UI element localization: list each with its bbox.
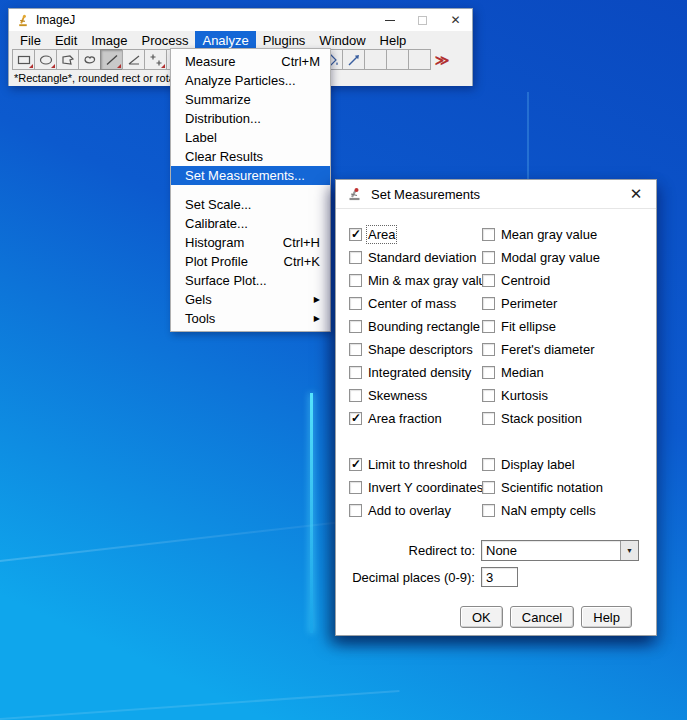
- minimize-button[interactable]: [373, 9, 406, 31]
- checkbox-modal-gray-value[interactable]: ✓ Modal gray value: [482, 250, 600, 265]
- decimal-places-field[interactable]: [481, 567, 518, 587]
- freehand-tool-button[interactable]: [78, 49, 101, 70]
- checkbox-skewness[interactable]: ✓ Skewness: [349, 388, 482, 403]
- submenu-arrow-icon: ▶: [314, 314, 320, 323]
- checkbox-area-fraction[interactable]: ✓ Area fraction: [349, 411, 482, 426]
- checkbox-min-max-gray-value[interactable]: ✓ Min & max gray value: [349, 273, 482, 288]
- decimal-places-row: Decimal places (0-9):: [336, 567, 656, 587]
- oval-tool-icon: [38, 52, 54, 68]
- menu-item-histogram[interactable]: Histogram Ctrl+H: [171, 233, 330, 252]
- menu-item-distribution[interactable]: Distribution...: [171, 109, 330, 128]
- checkbox-box: ✓: [482, 412, 495, 425]
- checkbox-box: ✓: [349, 412, 362, 425]
- point-tool-button[interactable]: [144, 49, 167, 70]
- menubar-item-process[interactable]: Process: [135, 31, 196, 49]
- menubar-item-file[interactable]: File: [13, 31, 48, 49]
- checkbox-median[interactable]: ✓ Median: [482, 365, 600, 380]
- close-button[interactable]: ✕: [439, 9, 472, 31]
- checkbox-perimeter[interactable]: ✓ Perimeter: [482, 296, 600, 311]
- oval-tool-button[interactable]: [34, 49, 57, 70]
- checkbox-area[interactable]: ✓ Area: [349, 227, 482, 242]
- checkbox-mean-gray-value[interactable]: ✓ Mean gray value: [482, 227, 600, 242]
- dropdown-button[interactable]: ▼: [620, 541, 638, 560]
- empty-tool-slot[interactable]: [364, 49, 387, 70]
- checkbox-box: ✓: [349, 320, 362, 333]
- dialog-close-button[interactable]: ✕: [616, 185, 656, 203]
- angle-tool-icon: [126, 52, 142, 68]
- checkbox-box: ✓: [349, 366, 362, 379]
- checkbox-bounding-rectangle[interactable]: ✓ Bounding rectangle: [349, 319, 482, 334]
- menu-item-summarize[interactable]: Summarize: [171, 90, 330, 109]
- checkbox-box: ✓: [482, 343, 495, 356]
- checkbox-box: ✓: [482, 389, 495, 402]
- menu-item-measure[interactable]: Measure Ctrl+M: [171, 52, 330, 71]
- checkbox-limit-to-threshold[interactable]: ✓ Limit to threshold: [349, 457, 482, 472]
- maximize-button[interactable]: [406, 9, 439, 31]
- checkbox-scientific-notation[interactable]: ✓ Scientific notation: [482, 480, 603, 495]
- help-button[interactable]: Help: [581, 606, 632, 628]
- checkbox-stack-position[interactable]: ✓ Stack position: [482, 411, 600, 426]
- redirect-dropdown[interactable]: None ▼: [481, 540, 639, 561]
- polygon-tool-button[interactable]: [56, 49, 79, 70]
- checkbox-nan-empty-cells[interactable]: ✓ NaN empty cells: [482, 503, 603, 518]
- dialog-title: Set Measurements: [371, 187, 480, 202]
- empty-tool-slot[interactable]: [386, 49, 409, 70]
- close-icon: ✕: [630, 185, 643, 202]
- menubar-item-edit[interactable]: Edit: [48, 31, 84, 49]
- menubar-item-plugins[interactable]: Plugins: [256, 31, 313, 49]
- menu-item-tools[interactable]: Tools ▶: [171, 309, 330, 328]
- checkbox-shape-descriptors[interactable]: ✓ Shape descriptors: [349, 342, 482, 357]
- imagej-app-icon: [15, 13, 31, 28]
- checkbox-kurtosis[interactable]: ✓ Kurtosis: [482, 388, 600, 403]
- checkbox-centroid[interactable]: ✓ Centroid: [482, 273, 600, 288]
- menu-item-set-scale[interactable]: Set Scale...: [171, 195, 330, 214]
- wallpaper-light-ray: [0, 690, 400, 720]
- checkbox-fit-ellipse[interactable]: ✓ Fit ellipse: [482, 319, 600, 334]
- menu-item-analyze-particles[interactable]: Analyze Particles...: [171, 71, 330, 90]
- cancel-button[interactable]: Cancel: [510, 606, 574, 628]
- rectangle-tool-button[interactable]: [12, 49, 35, 70]
- checkbox-display-label[interactable]: ✓ Display label: [482, 457, 603, 472]
- ok-button[interactable]: OK: [460, 606, 503, 628]
- menu-item-label[interactable]: Label: [171, 128, 330, 147]
- checkbox-integrated-density[interactable]: ✓ Integrated density: [349, 365, 482, 380]
- wallpaper-light-ray: [0, 516, 389, 567]
- checkbox-standard-deviation[interactable]: ✓ Standard deviation: [349, 250, 482, 265]
- more-tools-icon: ≫: [435, 52, 450, 68]
- menu-item-plot-profile[interactable]: Plot Profile Ctrl+K: [171, 252, 330, 271]
- imagej-titlebar[interactable]: ImageJ ✕: [9, 9, 472, 31]
- menu-item-surface-plot[interactable]: Surface Plot...: [171, 271, 330, 290]
- arrow-tool-button[interactable]: [342, 49, 365, 70]
- checkbox-center-of-mass[interactable]: ✓ Center of mass: [349, 296, 482, 311]
- angle-tool-button[interactable]: [122, 49, 145, 70]
- checkbox-box: ✓: [482, 458, 495, 471]
- empty-tool-slot[interactable]: [408, 49, 431, 70]
- checkbox-invert-y-coordinates[interactable]: ✓ Invert Y coordinates: [349, 480, 482, 495]
- more-tools-button[interactable]: ≫: [430, 49, 454, 70]
- checkbox-box: ✓: [482, 297, 495, 310]
- menu-item-clear-results[interactable]: Clear Results: [171, 147, 330, 166]
- checkbox-box: ✓: [349, 389, 362, 402]
- polygon-tool-icon: [60, 52, 76, 68]
- desktop-wallpaper: ImageJ ✕ File Edit Image Process Analyze…: [0, 0, 687, 720]
- analyze-menu-dropdown: Measure Ctrl+M Analyze Particles... Summ…: [170, 48, 331, 332]
- checkbox-box: ✓: [349, 228, 362, 241]
- checkbox-add-to-overlay[interactable]: ✓ Add to overlay: [349, 503, 482, 518]
- menubar-item-help[interactable]: Help: [373, 31, 414, 49]
- set-measurements-dialog: Set Measurements ✕ ✓ Area ✓ Mean gray va…: [335, 179, 657, 636]
- menubar-item-analyze[interactable]: Analyze: [195, 31, 255, 49]
- checkbox-box: ✓: [349, 251, 362, 264]
- close-icon: ✕: [450, 14, 460, 26]
- point-tool-icon: [148, 52, 164, 68]
- redirect-label: Redirect to:: [336, 543, 479, 558]
- redirect-row: Redirect to: None ▼: [336, 540, 656, 561]
- line-tool-button[interactable]: [100, 49, 123, 70]
- menu-item-gels[interactable]: Gels ▶: [171, 290, 330, 309]
- check-icon: ✓: [351, 411, 361, 425]
- menubar-item-image[interactable]: Image: [84, 31, 134, 49]
- menubar-item-window[interactable]: Window: [312, 31, 372, 49]
- menu-item-calibrate[interactable]: Calibrate...: [171, 214, 330, 233]
- menu-item-set-measurements[interactable]: Set Measurements...: [171, 166, 330, 185]
- dialog-titlebar[interactable]: Set Measurements ✕: [336, 180, 656, 209]
- checkbox-ferets-diameter[interactable]: ✓ Feret's diameter: [482, 342, 600, 357]
